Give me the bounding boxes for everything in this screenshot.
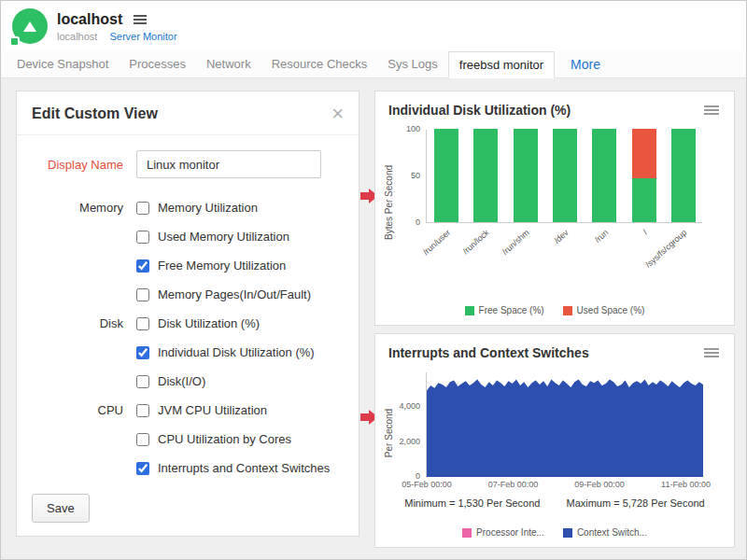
chart-legend: Free Space (%)Used Space (%) [375,305,734,325]
legend-item: Processor Inte... [462,527,544,538]
option-disk-utilization[interactable]: Disk Utilization (%) [136,316,260,330]
option-memory-pages[interactable]: Memory Pages(In/Out/Fault) [136,287,311,301]
option-row: CPU JVM CPU Utilization [17,396,359,425]
bar-chart-area: Bytes Per Second 050100/run/user/run/loc… [426,130,715,275]
tab-device-snapshot[interactable]: Device Snapshot [7,51,119,77]
interrupts-card: Interrupts and Context Switches Per Seco… [374,333,735,548]
chart-title: Interrupts and Context Switches [388,345,589,360]
option-memory-utilization[interactable]: Memory Utilization [136,201,258,215]
group-label-cpu: CPU [17,403,136,417]
option-row: Memory Memory Utilization [17,193,359,222]
breadcrumb-host[interactable]: localhost [57,31,97,42]
panel-footer: Save [17,483,359,536]
option-individual-disk-utilization[interactable]: Individual Disk Utilization (%) [136,345,315,359]
breadcrumb: localhost Server Monitor [57,31,177,42]
tab-resource-checks[interactable]: Resource Checks [261,51,378,77]
maximum-text: Maximum = 5,728 Per Second [566,497,704,509]
bar-chart: 050100/run/user/run/lock/run/shm/dev/run… [426,130,702,223]
panel-body: Display Name Memory Memory Utilization U… [17,135,359,483]
tab-network[interactable]: Network [196,51,261,77]
option-row: Memory Pages(In/Out/Fault) [17,280,359,309]
option-row: Disk(I/O) [17,367,359,396]
chart-legend: Processor Inte...Context Switch... [375,527,734,547]
legend-item: Context Switch... [563,527,647,538]
option-disk-io[interactable]: Disk(I/O) [136,374,205,388]
display-name-input[interactable] [136,150,321,178]
chart-title: Individual Disk Utilization (%) [388,103,571,118]
title-block: localhost localhost Server Monitor [57,11,177,42]
close-icon[interactable]: × [331,106,344,121]
checkbox[interactable] [136,433,149,446]
checkbox[interactable] [136,462,149,475]
chart-menu-icon[interactable] [702,344,721,361]
option-row: Free Memory Utilization [17,251,359,280]
option-used-memory-utilization[interactable]: Used Memory Utilization [136,230,289,244]
hamburger-menu-icon[interactable] [134,13,147,26]
tab-more[interactable]: More [560,51,611,77]
option-row: CPU Utilization by Cores [17,425,359,454]
group-label-disk: Disk [17,316,136,330]
tab-processes[interactable]: Processes [119,51,196,77]
breadcrumb-server-monitor[interactable]: Server Monitor [109,31,176,42]
tab-freebsd-monitor[interactable]: freebsd monitor [448,51,555,78]
checkbox[interactable] [136,346,149,359]
page-title: localhost [57,11,122,28]
checkbox[interactable] [136,404,149,417]
display-name-label: Display Name [17,158,136,172]
tab-bar: Device Snapshot Processes Network Resour… [1,51,746,78]
option-row: Interrupts and Context Switches [17,454,359,483]
checkbox[interactable] [136,317,149,330]
option-row: Individual Disk Utilization (%) [17,338,359,367]
checkbox[interactable] [136,202,149,215]
area-chart-area: Per Second 02,0004,00005-Feb 00:0007-Feb… [426,372,715,494]
checkbox[interactable] [136,231,149,244]
minimum-text: Minimum = 1,530 Per Second [404,497,540,509]
chart-menu-icon[interactable] [702,102,721,119]
checkbox[interactable] [136,259,149,273]
tab-sys-logs[interactable]: Sys Logs [377,51,447,77]
y-axis-label: Per Second [384,409,394,457]
content: Edit Custom View × Display Name Memory M… [1,78,746,560]
checkbox[interactable] [136,375,149,388]
option-row: Used Memory Utilization [17,222,359,251]
option-cpu-utilization-by-cores[interactable]: CPU Utilization by Cores [136,432,291,446]
up-arrow-icon [23,21,36,32]
status-badge [9,36,20,47]
legend-item: Used Space (%) [563,305,645,315]
header: localhost localhost Server Monitor [1,1,746,51]
option-interrupts-context-switches[interactable]: Interrupts and Context Switches [136,461,330,475]
legend-item: Free Space (%) [465,305,544,315]
save-button[interactable]: Save [32,494,90,523]
panel-title: Edit Custom View [32,105,158,122]
monitor-status-up-icon [12,8,48,44]
area-chart: 02,0004,00005-Feb 00:0007-Feb 00:0009-Fe… [426,372,702,477]
option-jvm-cpu-utilization[interactable]: JVM CPU Utilization [136,403,267,417]
option-free-memory-utilization[interactable]: Free Memory Utilization [136,259,286,273]
min-max-row: Minimum = 1,530 Per Second Maximum = 5,7… [375,497,734,509]
group-label-memory: Memory [17,201,136,215]
edit-custom-view-panel: Edit Custom View × Display Name Memory M… [16,91,359,537]
disk-utilization-card: Individual Disk Utilization (%) Bytes Pe… [374,91,735,326]
option-row: Disk Disk Utilization (%) [17,309,359,338]
checkbox[interactable] [136,288,149,301]
y-axis-label: Bytes Per Second [384,165,394,240]
